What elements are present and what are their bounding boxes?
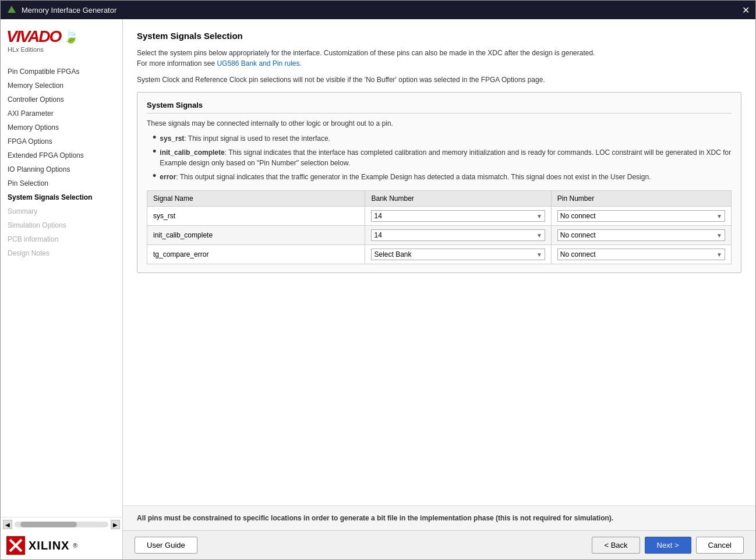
sidebar: VIVADO 🍃 HLx Editions Pin Compatible FPG…	[1, 19, 123, 559]
signal-desc-sys-rst: : This input signal is used to reset the…	[184, 134, 330, 143]
bullet-icon-2: •	[153, 146, 156, 157]
table-header-row: Signal Name Bank Number Pin Number	[147, 191, 732, 207]
table-row: sys_rst 14 ▼ No connect	[147, 207, 732, 226]
sidebar-item-pin-compatible-fpgas[interactable]: Pin Compatible FPGAs	[1, 65, 122, 79]
signal-key-init-calib: init_calib_complete	[160, 148, 224, 157]
bullet-icon-1: •	[153, 132, 156, 143]
signal-name-init-calib: init_calib_complete	[147, 226, 365, 245]
signal-name-tg-compare-error: tg_compare_error	[147, 245, 365, 264]
dropdown-arrow-1: ▼	[536, 213, 542, 219]
col-signal-name: Signal Name	[147, 191, 365, 207]
sidebar-scrollbar[interactable]	[15, 522, 108, 527]
bank-dropdown-sys-rst[interactable]: 14 ▼	[371, 210, 545, 222]
signal-key-error: error	[160, 173, 176, 181]
bottom-right: < Back Next > Cancel	[592, 537, 744, 554]
sidebar-item-simulation-options: Simulation Options	[1, 218, 122, 232]
cancel-button[interactable]: Cancel	[696, 537, 744, 554]
signals-table: Signal Name Bank Number Pin Number sys_r…	[147, 190, 732, 264]
footer-note: All pins must be constrained to specific…	[123, 505, 755, 530]
bank-select-sys-rst[interactable]: 14 ▼	[365, 207, 551, 226]
vivado-logo-area: VIVADO 🍃 HLx Editions	[1, 19, 122, 61]
main-panel: System Signals Selection Select the syst…	[123, 19, 755, 559]
dropdown-arrow-4: ▼	[716, 232, 722, 239]
main-content: VIVADO 🍃 HLx Editions Pin Compatible FPG…	[1, 19, 755, 559]
signals-list: • sys_rst: This input signal is used to …	[147, 133, 732, 182]
sidebar-item-design-notes: Design Notes	[1, 246, 122, 260]
sidebar-nav: Pin Compatible FPGAs Memory Selection Co…	[1, 61, 122, 517]
xilinx-registered-icon: ®	[73, 543, 77, 549]
scroll-left-button[interactable]: ◀	[3, 520, 12, 529]
pin-dropdown-tg-compare-error[interactable]: No connect ▼	[557, 249, 725, 260]
sidebar-item-summary: Summary	[1, 204, 122, 218]
svg-marker-0	[8, 6, 16, 13]
dropdown-arrow-6: ▼	[716, 251, 722, 258]
sidebar-item-system-signals-selection[interactable]: System Signals Selection	[1, 190, 122, 204]
signal-item-init-calib-complete: • init_calib_complete: This signal indic…	[153, 147, 732, 168]
sidebar-item-fpga-options[interactable]: FPGA Options	[1, 134, 122, 148]
sidebar-item-io-planning-options[interactable]: IO Planning Options	[1, 162, 122, 176]
sidebar-item-pin-selection[interactable]: Pin Selection	[1, 176, 122, 190]
page-title: System Signals Selection	[137, 31, 741, 41]
bank-dropdown-init-calib[interactable]: 14 ▼	[371, 229, 545, 241]
note-text: System Clock and Reference Clock pin sel…	[137, 75, 741, 85]
bank-select-tg-compare-error[interactable]: Select Bank ▼	[365, 245, 551, 264]
col-pin-number: Pin Number	[551, 191, 731, 207]
table-row: tg_compare_error Select Bank ▼ N	[147, 245, 732, 264]
signal-item-error: • error: This output signal indicates th…	[153, 172, 732, 182]
scrollbar-thumb	[20, 522, 77, 527]
signal-desc-error: : This output signal indicates that the …	[176, 173, 651, 181]
dropdown-arrow-3: ▼	[536, 232, 542, 239]
signal-item-sys-rst: • sys_rst: This input signal is used to …	[153, 133, 732, 144]
dropdown-arrow-2: ▼	[716, 213, 722, 219]
vivado-text: VIVADO	[6, 27, 61, 46]
scroll-right-button[interactable]: ▶	[111, 520, 120, 529]
sidebar-item-pcb-information: PCB information	[1, 232, 122, 246]
dropdown-arrow-5: ▼	[536, 251, 542, 258]
pin-select-sys-rst[interactable]: No connect ▼	[551, 207, 731, 226]
sidebar-scrollbar-area: ◀ ▶	[1, 517, 122, 531]
signal-key-sys-rst: sys_rst	[160, 134, 184, 143]
main-window: Memory Interface Generator ✕ VIVADO 🍃 HL…	[0, 0, 756, 560]
back-button[interactable]: < Back	[592, 537, 640, 554]
signals-box: System Signals These signals may be conn…	[137, 92, 741, 273]
bank-dropdown-tg-compare-error[interactable]: Select Bank ▼	[371, 249, 545, 260]
bottom-bar: User Guide < Back Next > Cancel	[123, 530, 755, 559]
bank-select-init-calib[interactable]: 14 ▼	[365, 226, 551, 245]
pin-select-tg-compare-error[interactable]: No connect ▼	[551, 245, 731, 264]
signals-box-title: System Signals	[147, 101, 732, 114]
close-button[interactable]: ✕	[742, 5, 750, 16]
pin-dropdown-sys-rst[interactable]: No connect ▼	[557, 210, 725, 222]
xilinx-x-icon	[6, 536, 25, 555]
xilinx-logo-area: XILINX ®	[1, 531, 122, 559]
user-guide-button[interactable]: User Guide	[135, 537, 197, 554]
pin-dropdown-init-calib[interactable]: No connect ▼	[557, 229, 725, 241]
window-title: Memory Interface Generator	[22, 6, 737, 15]
content-area: System Signals Selection Select the syst…	[123, 19, 755, 505]
ug586-link[interactable]: UG586 Bank and Pin rules.	[217, 59, 301, 68]
sidebar-item-controller-options[interactable]: Controller Options	[1, 93, 122, 107]
description-text-1: Select the system pins below appropriate…	[137, 48, 741, 69]
bullet-icon-3: •	[153, 171, 156, 181]
signal-desc-init-calib: : This signal indicates that the interfa…	[160, 148, 731, 167]
xilinx-text: XILINX	[29, 539, 69, 552]
bottom-left: User Guide	[135, 537, 197, 554]
next-button[interactable]: Next >	[645, 537, 691, 554]
vivado-logo: VIVADO 🍃	[6, 27, 79, 46]
sidebar-item-memory-options[interactable]: Memory Options	[1, 120, 122, 134]
app-icon	[6, 5, 17, 15]
vivado-leaf-icon: 🍃	[63, 29, 79, 44]
hlx-edition-text: HLx Editions	[8, 46, 44, 53]
pin-select-init-calib[interactable]: No connect ▼	[551, 226, 731, 245]
signals-desc: These signals may be connected internall…	[147, 119, 732, 127]
footer-note-text: All pins must be constrained to specific…	[137, 514, 613, 522]
sidebar-item-axi-parameter[interactable]: AXI Parameter	[1, 107, 122, 120]
table-row: init_calib_complete 14 ▼ No conn	[147, 226, 732, 245]
sidebar-item-memory-selection[interactable]: Memory Selection	[1, 79, 122, 93]
sidebar-item-extended-fpga-options[interactable]: Extended FPGA Options	[1, 148, 122, 162]
col-bank-number: Bank Number	[365, 191, 551, 207]
signal-name-sys-rst: sys_rst	[147, 207, 365, 226]
title-bar: Memory Interface Generator ✕	[1, 1, 755, 19]
